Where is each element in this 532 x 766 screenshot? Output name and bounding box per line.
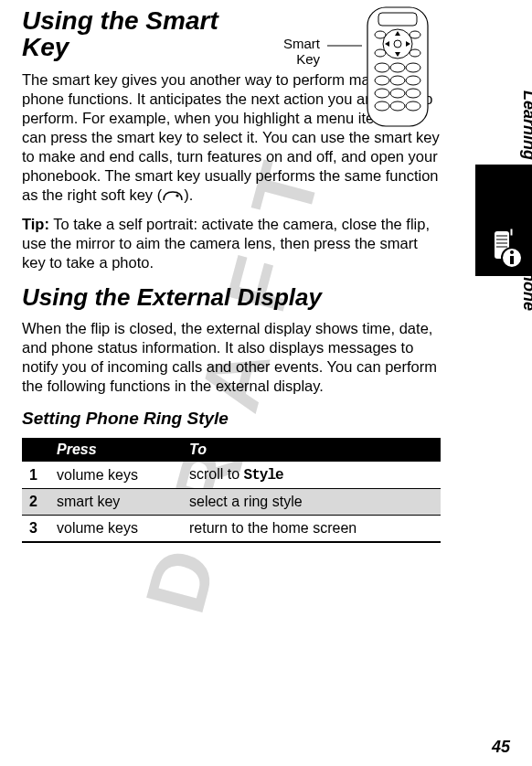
content-area: Using the Smart Key Smart Key (0, 0, 466, 550)
table-head-press: Press (49, 438, 182, 462)
table-row: 3 volume keys return to the home screen (22, 516, 441, 543)
paragraph-external-display: When the flip is closed, the external di… (22, 319, 441, 396)
smart-key-callout-label: Smart Key (283, 37, 320, 67)
step-to: scroll to Style (182, 462, 441, 489)
step-to-prefix: scroll to (189, 466, 244, 482)
svg-rect-31 (510, 229, 513, 236)
step-to: select a ring style (182, 489, 441, 516)
heading-external-display: Using the External Display (22, 283, 441, 312)
tip-text: To take a self portrait: activate the ca… (22, 216, 430, 271)
step-press: smart key (49, 489, 182, 516)
phone-figure: Smart Key (250, 5, 433, 133)
callout-line2: Key (296, 51, 320, 67)
page-number: 45 (492, 738, 510, 757)
paragraph-tip: Tip: To take a self portrait: activate t… (22, 215, 441, 272)
table-row: 1 volume keys scroll to Style (22, 462, 441, 489)
table-head-to: To (182, 438, 441, 462)
phone-icon (362, 5, 433, 128)
step-to: return to the home screen (182, 516, 441, 543)
steps-table: Press To 1 volume keys scroll to Style 2… (22, 438, 441, 543)
callout-line-icon (327, 43, 364, 48)
p1-end: ). (184, 186, 193, 203)
tip-label: Tip: (22, 216, 49, 232)
right-softkey-icon (162, 189, 184, 202)
table-row: 2 smart key select a ring style (22, 489, 441, 516)
heading-ring-style: Setting Phone Ring Style (22, 409, 441, 429)
table-head-row: Press To (22, 438, 441, 462)
menu-style-text: Style (244, 467, 283, 484)
right-rail: Learning to Use Your Phone (473, 165, 532, 750)
section-title-vertical: Learning to Use Your Phone (519, 90, 532, 311)
table-head-blank (22, 438, 49, 462)
step-number: 2 (22, 489, 49, 516)
svg-rect-34 (510, 256, 514, 264)
callout-line1: Smart (283, 36, 320, 51)
step-press: volume keys (49, 462, 182, 489)
heading-smart-key: Using the Smart Key (22, 7, 241, 61)
step-number: 1 (22, 462, 49, 489)
svg-point-33 (510, 250, 514, 254)
step-number: 3 (22, 516, 49, 543)
svg-point-25 (176, 195, 179, 197)
step-press: volume keys (49, 516, 182, 543)
